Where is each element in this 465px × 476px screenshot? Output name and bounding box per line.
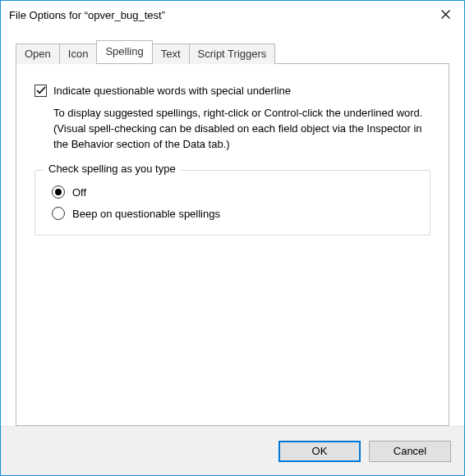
tab-spelling[interactable]: Spelling: [96, 40, 152, 63]
radio-off-label: Off: [72, 186, 86, 199]
tab-panel-spelling: Indicate questionable words with special…: [16, 63, 449, 426]
radio-dot-icon: [55, 189, 62, 195]
close-button[interactable]: [426, 1, 464, 29]
indicate-checkbox-row[interactable]: Indicate questionable words with special…: [35, 84, 430, 98]
close-icon: [441, 9, 450, 21]
tab-icon[interactable]: Icon: [59, 43, 98, 64]
tab-script-triggers[interactable]: Script Triggers: [189, 43, 276, 64]
indicate-checkbox[interactable]: [35, 85, 47, 97]
indicate-description: To display suggested spellings, right-cl…: [53, 105, 430, 152]
dialog-footer: OK Cancel: [1, 426, 464, 475]
tab-open[interactable]: Open: [16, 43, 60, 64]
radio-beep-row[interactable]: Beep on questionable spellings: [52, 207, 417, 220]
radio-beep[interactable]: [52, 207, 65, 220]
window-title: File Options for “opver_bug_test”: [9, 9, 426, 21]
checkmark-icon: [36, 86, 46, 95]
tab-strip: Open Icon Spelling Text Script Triggers: [16, 40, 449, 63]
indicate-checkbox-label: Indicate questionable words with special…: [53, 84, 291, 98]
radio-beep-label: Beep on questionable spellings: [72, 208, 220, 220]
titlebar: File Options for “opver_bug_test”: [1, 1, 464, 29]
group-legend: Check spelling as you type: [44, 162, 181, 175]
check-as-you-type-group: Check spelling as you type Off Beep on q…: [35, 170, 430, 236]
ok-button[interactable]: OK: [279, 441, 361, 462]
dialog-window: File Options for “opver_bug_test” Open I…: [0, 0, 465, 476]
tab-text[interactable]: Text: [152, 43, 190, 64]
radio-off-row[interactable]: Off: [52, 185, 417, 199]
radio-off[interactable]: [52, 185, 65, 199]
client-area: Open Icon Spelling Text Script Triggers …: [1, 29, 464, 426]
cancel-button[interactable]: Cancel: [369, 441, 451, 462]
